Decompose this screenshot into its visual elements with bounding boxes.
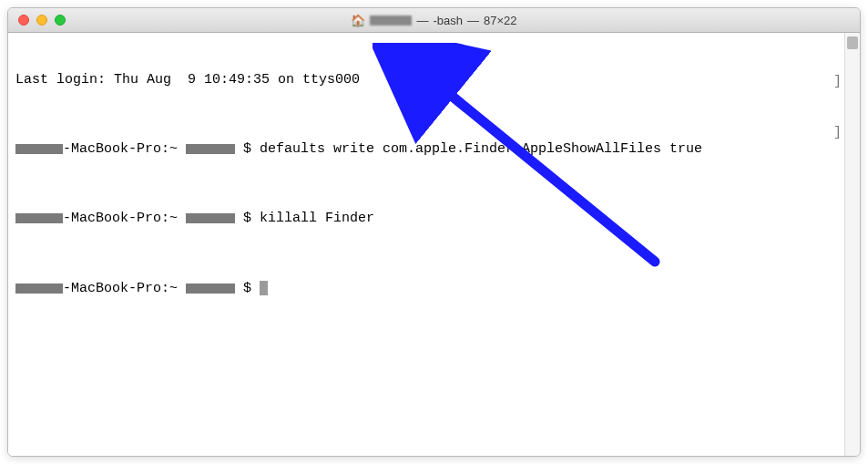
home-icon: 🏠 [351, 14, 365, 27]
cursor [260, 281, 268, 295]
title-sep2: — [467, 14, 479, 27]
close-button[interactable] [18, 15, 29, 26]
command-2: killall Finder [260, 210, 374, 227]
title-shell: -bash [433, 14, 463, 27]
scrollbar-thumb[interactable] [847, 36, 858, 49]
user-redacted-2 [186, 144, 235, 154]
title-sep1: — [416, 14, 428, 27]
prompt-host: -MacBook-Pro:~ [63, 210, 186, 227]
titlebar[interactable]: 🏠 — -bash — 87×22 [8, 8, 860, 33]
prompt-host: -MacBook-Pro:~ [63, 140, 186, 158]
user-redacted-2 [186, 284, 235, 294]
minimize-button[interactable] [36, 15, 47, 26]
zoom-button[interactable] [55, 15, 66, 26]
username-redacted [370, 15, 412, 26]
last-login-line: Last login: Thu Aug 9 10:49:35 on ttys00… [15, 71, 837, 88]
prompt-suffix: $ [235, 280, 260, 297]
user-redacted [15, 144, 63, 154]
scrollbar-track[interactable] [844, 33, 860, 456]
command-1: defaults write com.apple.Finder AppleSho… [260, 140, 702, 158]
terminal-window: 🏠 — -bash — 87×22 Last login: Thu Aug 9 … [7, 7, 861, 457]
user-redacted-2 [186, 213, 235, 223]
prompt-suffix: $ [235, 210, 260, 227]
line-wrap-indicator: ] [833, 73, 842, 90]
user-redacted [15, 284, 63, 294]
title-dims: 87×22 [484, 14, 517, 27]
terminal-area[interactable]: Last login: Thu Aug 9 10:49:35 on ttys00… [8, 33, 844, 456]
window-body: Last login: Thu Aug 9 10:49:35 on ttys00… [8, 33, 860, 456]
prompt-line-1: -MacBook-Pro:~ $ defaults write com.appl… [15, 140, 837, 158]
last-login-text: Last login: Thu Aug 9 10:49:35 on ttys00… [15, 71, 360, 88]
prompt-line-2: -MacBook-Pro:~ $ killall Finder [15, 210, 837, 227]
window-title: 🏠 — -bash — 87×22 [8, 14, 860, 27]
prompt-host: -MacBook-Pro:~ [63, 280, 186, 297]
prompt-suffix: $ [235, 140, 260, 158]
user-redacted [15, 213, 63, 223]
line-wrap-indicator: ] [833, 124, 842, 141]
prompt-line-3: -MacBook-Pro:~ $ [15, 280, 837, 297]
traffic-lights [8, 15, 66, 26]
